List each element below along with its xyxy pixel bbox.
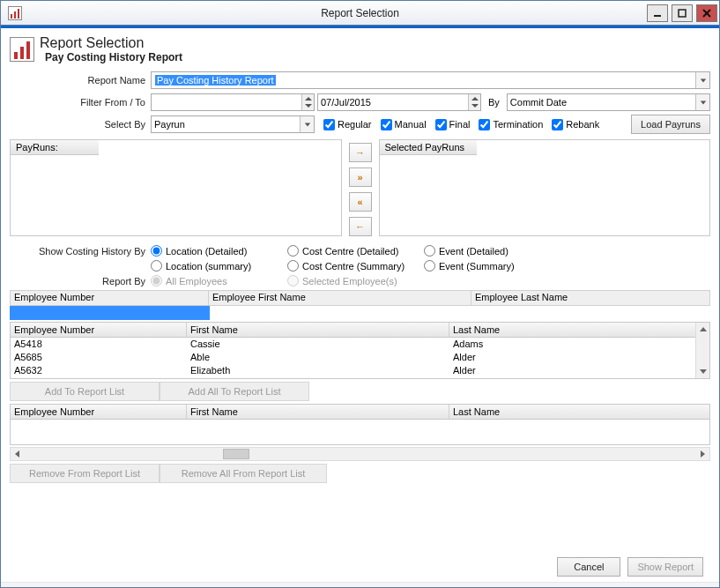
scroll-up-icon <box>696 323 709 337</box>
close-button[interactable] <box>696 4 717 22</box>
event-detailed-radio[interactable]: Event (Detailed) <box>424 245 560 257</box>
svg-marker-11 <box>700 327 707 331</box>
scroll-down-icon <box>696 364 709 378</box>
page-header: Report Selection Pay Costing History Rep… <box>10 35 710 63</box>
table-row[interactable]: A5685AbleAlder <box>11 351 709 364</box>
report-name-label: Report Name <box>10 75 151 86</box>
add-all-to-report-list-button[interactable]: Add All To Report List <box>160 382 309 401</box>
rebank-checkbox[interactable]: Rebank <box>552 119 599 130</box>
title-bar[interactable]: Report Selection <box>1 1 719 26</box>
table-row[interactable]: A5632ElizabethAlder <box>11 364 709 377</box>
report-name-value: Pay Costing History Report <box>155 75 276 86</box>
cost-centre-summary-radio[interactable]: Cost Centre (Summary) <box>287 260 424 272</box>
app-icon <box>8 6 22 20</box>
filter-from-to-label: Filter From / To <box>10 97 151 108</box>
scroll-left-icon <box>11 448 25 460</box>
payruns-list[interactable]: PayRuns: <box>10 139 342 236</box>
employee-number-filter[interactable] <box>10 306 210 320</box>
report-name-combo[interactable]: Pay Costing History Report <box>151 71 710 89</box>
selected-payruns-list[interactable]: Selected PayRuns <box>379 139 711 236</box>
selected-employees-radio: Selected Employee(s) <box>287 275 464 287</box>
by-label: By <box>481 97 507 108</box>
move-right-button[interactable]: → <box>349 143 372 162</box>
app-window: Report Selection Report Selection Pay Co… <box>0 0 720 588</box>
svg-marker-9 <box>700 100 705 104</box>
scroll-right-icon <box>695 448 709 460</box>
svg-marker-5 <box>305 97 312 100</box>
cost-centre-detailed-radio[interactable]: Cost Centre (Detailed) <box>287 245 424 257</box>
spinner-icon[interactable] <box>301 94 314 110</box>
available-employees-grid[interactable]: Employee Number First Name Last Name A54… <box>10 322 710 379</box>
employee-last-filter[interactable] <box>472 306 710 320</box>
employee-first-filter[interactable] <box>210 306 472 320</box>
report-icon <box>10 37 34 62</box>
chevron-down-icon[interactable] <box>300 116 314 132</box>
show-costing-by-label: Show Costing History By <box>10 246 151 257</box>
employee-filter-row[interactable] <box>10 306 710 320</box>
filter-to-date[interactable]: 07/Jul/2015 <box>317 93 481 111</box>
svg-marker-4 <box>700 78 705 82</box>
select-by-combo[interactable]: Payrun <box>151 115 315 133</box>
svg-marker-7 <box>471 97 479 100</box>
remove-from-report-list-button[interactable]: Remove From Report List <box>10 464 160 483</box>
move-all-left-button[interactable]: « <box>349 192 372 212</box>
manual-checkbox[interactable]: Manual <box>381 119 427 130</box>
svg-marker-10 <box>304 123 309 126</box>
svg-rect-1 <box>679 10 686 17</box>
svg-marker-13 <box>15 450 19 458</box>
load-payruns-button[interactable]: Load Payruns <box>631 115 710 134</box>
spinner-icon[interactable] <box>468 94 480 110</box>
vertical-scrollbar[interactable] <box>695 323 709 378</box>
select-by-label: Select By <box>10 119 151 130</box>
event-summary-radio[interactable]: Event (Summary) <box>424 260 560 272</box>
scrollbar-thumb[interactable] <box>223 449 249 459</box>
window-title: Report Selection <box>1 7 719 19</box>
horizontal-scrollbar[interactable] <box>10 447 710 461</box>
payruns-header: PayRuns: <box>11 140 99 155</box>
status-strip <box>1 582 719 587</box>
final-checkbox[interactable]: Final <box>435 119 471 130</box>
chevron-down-icon[interactable] <box>695 72 709 88</box>
show-report-button[interactable]: Show Report <box>627 557 703 577</box>
page-subtitle: Pay Costing History Report <box>45 51 182 63</box>
regular-checkbox[interactable]: Regular <box>323 119 372 130</box>
chevron-down-icon[interactable] <box>695 94 709 110</box>
all-employees-radio: All Employees <box>151 275 287 287</box>
table-row[interactable]: A5418CassieAdams <box>11 338 709 351</box>
maximize-button[interactable] <box>672 4 693 22</box>
employee-filter-header: Employee Number Employee First Name Empl… <box>10 290 710 306</box>
location-summary-radio[interactable]: Location (summary) <box>151 260 287 272</box>
move-left-button[interactable]: ← <box>349 217 372 236</box>
location-detailed-radio[interactable]: Location (Detailed) <box>151 245 287 257</box>
selected-payruns-header: Selected PayRuns <box>380 140 477 155</box>
add-to-report-list-button[interactable]: Add To Report List <box>10 382 160 401</box>
filter-from-date[interactable] <box>151 93 315 111</box>
cancel-button[interactable]: Cancel <box>557 557 620 577</box>
selected-employees-grid[interactable]: Employee Number First Name Last Name <box>10 404 710 445</box>
report-by-label: Report By <box>10 276 151 287</box>
minimize-button[interactable] <box>647 4 668 22</box>
filter-by-combo[interactable]: Commit Date <box>507 93 710 111</box>
svg-marker-6 <box>305 104 312 108</box>
termination-checkbox[interactable]: Termination <box>479 119 543 130</box>
page-title: Report Selection <box>40 35 182 51</box>
move-all-right-button[interactable]: » <box>349 167 372 187</box>
svg-marker-12 <box>700 369 707 374</box>
svg-marker-8 <box>471 104 479 108</box>
remove-all-from-report-list-button[interactable]: Remove All From Report List <box>160 464 327 483</box>
svg-marker-14 <box>701 450 705 458</box>
